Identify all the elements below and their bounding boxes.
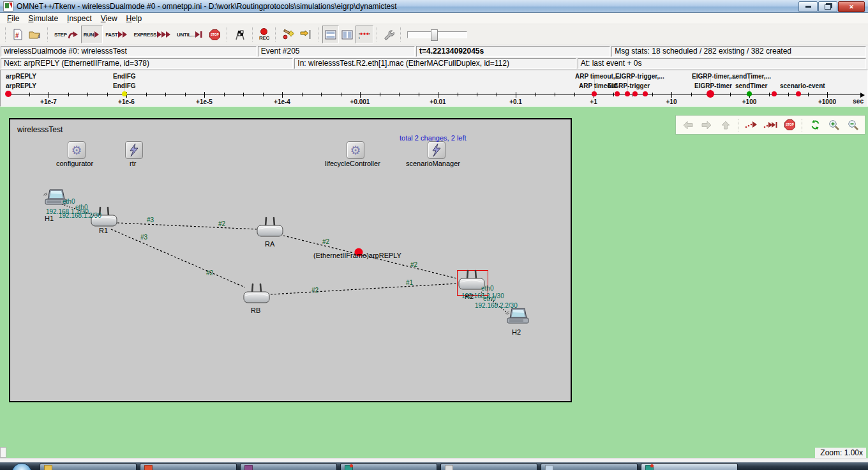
timeline-event-dot[interactable] bbox=[643, 91, 648, 96]
close-button[interactable]: ✕ bbox=[838, 1, 865, 12]
navbar-separator bbox=[738, 119, 739, 132]
canvas-text: H1 bbox=[45, 215, 54, 222]
node-configurator[interactable]: ⚙ bbox=[68, 141, 86, 159]
run-button[interactable]: RUN bbox=[81, 26, 103, 43]
stop-button[interactable]: STOP bbox=[206, 26, 223, 43]
notification-dot-icon bbox=[650, 464, 654, 467]
timeline-event-dot[interactable] bbox=[772, 91, 777, 96]
redraw-button[interactable] bbox=[807, 118, 823, 133]
timeline-unit: sec bbox=[853, 98, 864, 105]
taskbar-button-app-purple[interactable] bbox=[240, 463, 337, 470]
folder-icon bbox=[44, 465, 52, 470]
taskbar-button-app-teal[interactable] bbox=[340, 463, 437, 470]
canvas-text: 192.168.2.2/30 bbox=[475, 303, 518, 309]
network-canvas[interactable]: wirelesssTest ⚙⚙ configuratorrtrlifecycl… bbox=[9, 118, 572, 402]
node-H2[interactable] bbox=[504, 308, 530, 331]
find-objects-button[interactable] bbox=[280, 26, 297, 43]
menu-file[interactable]: File bbox=[3, 13, 24, 24]
toolbar-separator bbox=[5, 27, 6, 42]
canvas-text: configurator bbox=[56, 160, 93, 167]
node-lifecycleController[interactable]: ⚙ bbox=[347, 141, 364, 159]
record-button[interactable]: REC bbox=[257, 26, 272, 43]
timeline-tick bbox=[146, 93, 147, 96]
menu-help[interactable]: Help bbox=[122, 13, 147, 24]
timeline-tick bbox=[458, 93, 458, 96]
message-filter-button[interactable] bbox=[297, 26, 315, 43]
app-red-icon bbox=[144, 465, 153, 470]
timeline-tick bbox=[321, 93, 322, 96]
minimize-button[interactable] bbox=[798, 1, 818, 12]
taskbar-button-app-red[interactable] bbox=[140, 463, 237, 470]
timeline-tick bbox=[555, 93, 555, 96]
split-vertical-button[interactable] bbox=[339, 26, 355, 43]
taskbar-button-notepad[interactable] bbox=[440, 463, 537, 470]
step-button[interactable]: STEP bbox=[52, 26, 81, 43]
navbar-separator bbox=[802, 119, 803, 132]
toolbar-separator bbox=[47, 27, 49, 42]
split-horizontal-icon bbox=[325, 30, 336, 40]
timeline-event-dot[interactable] bbox=[632, 91, 638, 96]
options-button[interactable] bbox=[381, 26, 397, 43]
status-row-2: Next: arpREPLY (EthernetIIFrame, id=378)… bbox=[0, 57, 868, 70]
node-RA[interactable] bbox=[256, 216, 284, 242]
network-link[interactable] bbox=[271, 284, 457, 294]
start-button[interactable] bbox=[11, 463, 32, 470]
find-objects-icon bbox=[282, 29, 295, 40]
until-button[interactable]: UNTIL... bbox=[174, 26, 206, 43]
setup-config-icon: # bbox=[12, 29, 24, 40]
timeline-toggle-button[interactable]: t bbox=[355, 26, 373, 43]
menu-view[interactable]: View bbox=[96, 13, 122, 24]
timeline-event-dot[interactable] bbox=[625, 91, 630, 96]
notification-dot-icon bbox=[350, 464, 353, 467]
menu-simulate[interactable]: Simulate bbox=[24, 13, 63, 24]
open-file-button[interactable] bbox=[26, 26, 44, 43]
network-link[interactable] bbox=[117, 223, 257, 229]
setup-config-button[interactable]: # bbox=[10, 26, 26, 43]
fast-run-until-module-button[interactable] bbox=[762, 118, 779, 133]
app-icon[interactable] bbox=[3, 1, 13, 11]
fast-button[interactable]: FAST bbox=[103, 26, 131, 43]
timeline-event-label: EIGRP-timer,... bbox=[692, 73, 736, 80]
timeline-event-dot[interactable] bbox=[5, 91, 11, 97]
menu-inspect[interactable]: Inspect bbox=[63, 13, 96, 24]
stop-button[interactable]: STOP bbox=[781, 118, 798, 133]
taskbar-button-app-blue[interactable] bbox=[541, 463, 638, 470]
zoom-out-button[interactable] bbox=[845, 118, 862, 133]
router-icon bbox=[243, 283, 271, 308]
speed-slider-handle[interactable] bbox=[431, 29, 438, 41]
timeline-event-dot[interactable] bbox=[592, 91, 597, 96]
canvas-text: #2 bbox=[206, 270, 213, 277]
timeline-event-dot[interactable] bbox=[122, 91, 127, 96]
timeline-tick bbox=[769, 93, 770, 96]
node-scenarioManager[interactable] bbox=[428, 141, 445, 159]
animation-speed-slider[interactable] bbox=[405, 26, 470, 43]
event-timeline[interactable]: sec +1e-7+1e-6+1e-5+1e-4+0.001+0.01+0.1+… bbox=[0, 70, 868, 107]
timeline-event-dot[interactable] bbox=[747, 91, 752, 96]
zoom-in-button[interactable] bbox=[826, 118, 842, 133]
timeline-axis-label: +1e-5 bbox=[196, 99, 213, 105]
split-horizontal-button[interactable] bbox=[322, 26, 339, 43]
taskbar-button-folder[interactable] bbox=[40, 463, 137, 470]
canvas-text: #2 bbox=[410, 262, 417, 268]
forward-button[interactable] bbox=[698, 118, 715, 133]
up-button[interactable] bbox=[717, 118, 734, 133]
timeline-axis bbox=[6, 95, 861, 95]
timeline-tick bbox=[788, 93, 789, 96]
network-link[interactable] bbox=[111, 229, 245, 287]
node-RB[interactable] bbox=[243, 283, 271, 308]
restore-icon bbox=[825, 4, 831, 10]
conclude-button[interactable] bbox=[231, 26, 249, 43]
restore-button[interactable] bbox=[818, 1, 837, 12]
timeline-event-dot[interactable] bbox=[707, 90, 714, 98]
timeline-event-dot[interactable] bbox=[615, 91, 620, 96]
node-rtr[interactable] bbox=[125, 141, 143, 159]
express-button[interactable]: EXPRESS bbox=[131, 26, 174, 43]
back-button[interactable] bbox=[679, 118, 696, 133]
timeline-event-dot[interactable] bbox=[796, 91, 801, 96]
canvas-text: eth0 bbox=[483, 296, 495, 302]
run-until-module-button[interactable] bbox=[743, 118, 760, 133]
zoom-level-label: Zoom: 1.00x bbox=[815, 448, 866, 459]
taskbar-button-app-teal[interactable] bbox=[641, 463, 738, 470]
timeline-axis-label: +1 bbox=[590, 99, 597, 105]
canvas-text: eth0 bbox=[481, 285, 493, 292]
